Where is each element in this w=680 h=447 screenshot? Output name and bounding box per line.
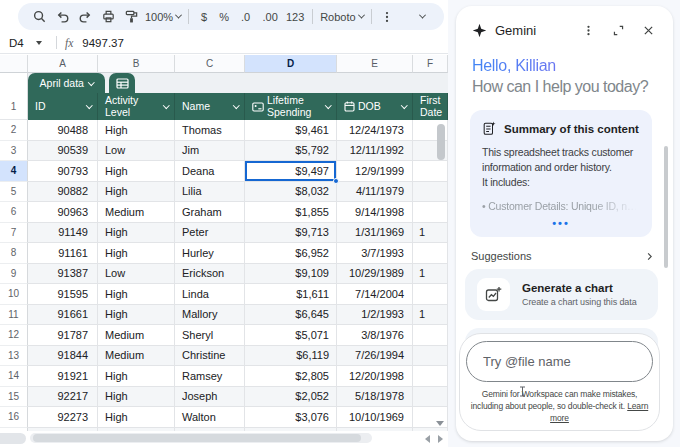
cell-id[interactable]: 90882 [28,182,98,203]
column-header[interactable]: D [245,55,337,73]
cell-dob[interactable]: 12/20/1998 [337,366,413,387]
cell-id[interactable]: 91387 [28,264,98,285]
cell-lifetime-spending[interactable]: $9,109 [245,264,337,285]
cell-dob[interactable]: 10/29/1989 [337,264,413,285]
cell-activity-level[interactable]: Low [98,264,175,285]
formula-input[interactable]: 9497.37 [82,37,124,49]
cell-id[interactable]: 91161 [28,243,98,264]
cell-dob[interactable]: 5/18/1978 [337,387,413,408]
cell-dob[interactable]: 7/14/2004 [337,284,413,305]
search-icon[interactable] [28,5,51,28]
cell-id[interactable]: 91844 [28,346,98,367]
hide-menus-chevron[interactable] [410,5,434,28]
cell-name[interactable]: Christine [175,346,245,367]
table-name-tab[interactable]: April data [28,73,105,93]
cell-name[interactable]: Mallory [175,305,245,326]
fill-handle[interactable] [333,178,339,184]
name-box[interactable]: D4 [0,37,50,49]
cell-activity-level[interactable]: High [98,387,175,408]
cell-activity-level[interactable]: High [98,366,175,387]
cell-first-date[interactable] [413,161,448,182]
table-tools-tab[interactable] [109,73,135,93]
header-cell-name[interactable]: Name [175,93,245,120]
summary-expand-button[interactable]: ••• [482,218,640,228]
cell-name[interactable]: Thomas [175,120,245,141]
cell-id[interactable]: 91595 [28,284,98,305]
cell-first-date[interactable] [413,346,448,367]
cell-lifetime-spending[interactable]: $1,611 [245,284,337,305]
row-header[interactable]: 9 [0,264,28,285]
cell-name[interactable]: Graham [175,202,245,223]
vertical-scrollbar-thumb[interactable] [437,124,445,160]
header-cell-dob[interactable]: DOB [337,93,413,120]
row-header[interactable]: 7 [0,223,28,244]
row-header[interactable]: 11 [0,305,28,326]
decrease-decimal-button[interactable]: .0 [234,5,257,28]
row-header[interactable]: 5 [0,182,28,203]
cell-id[interactable]: 92217 [28,387,98,408]
cell-id[interactable]: 90963 [28,202,98,223]
cell-first-date[interactable] [413,202,448,223]
cell-first-date[interactable] [413,366,448,387]
cell-dob[interactable]: 1/2/1993 [337,305,413,326]
row-header[interactable]: 16 [0,407,28,428]
cell-name[interactable]: Deana [175,161,245,182]
horizontal-scrollbar-thumb[interactable] [33,434,361,442]
row-header[interactable]: 15 [0,387,28,408]
print-button[interactable] [97,5,120,28]
cell-activity-level[interactable]: High [98,120,175,141]
cell-id[interactable]: 91149 [28,223,98,244]
row-header[interactable]: 12 [0,325,28,346]
cell-lifetime-spending[interactable]: $5,071 [245,325,337,346]
chevron-right-icon[interactable] [644,251,655,262]
zoom-select[interactable]: 100% [143,5,183,28]
increase-decimal-button[interactable]: .00 [257,5,283,28]
suggestion-generate-chart[interactable]: Generate a chart Create a chart using th… [465,269,658,320]
scroll-right-arrow[interactable] [438,435,443,443]
cell-lifetime-spending[interactable]: $6,952 [245,243,337,264]
column-header[interactable]: C [175,55,245,73]
cell-id[interactable]: 90488 [28,120,98,141]
cell-name[interactable]: Ramsey [175,366,245,387]
cell-first-date[interactable] [413,243,448,264]
cell-lifetime-spending[interactable]: $9,461 [245,120,337,141]
cell-lifetime-spending[interactable]: $8,032 [245,182,337,203]
row-header[interactable]: 13 [0,346,28,367]
paint-format-button[interactable] [120,5,143,28]
cell-name[interactable]: Erickson [175,264,245,285]
column-header[interactable]: F [413,55,448,73]
cell-dob[interactable]: 7/26/1994 [337,346,413,367]
cell-lifetime-spending[interactable]: $2,052 [245,387,337,408]
cell-dob[interactable]: 3/8/1976 [337,325,413,346]
row-header[interactable]: 14 [0,366,28,387]
cell-activity-level[interactable]: High [98,243,175,264]
cell-lifetime-spending[interactable]: $9,713 [245,223,337,244]
cell-id[interactable]: 90539 [28,141,98,162]
cell-dob[interactable]: 1/31/1969 [337,223,413,244]
cell-dob[interactable]: 3/7/1993 [337,243,413,264]
header-cell-activity-level[interactable]: Activity Level [98,93,175,120]
cell-first-date[interactable] [413,284,448,305]
row-header[interactable]: 4 [0,161,28,182]
scroll-down-arrow[interactable] [436,421,444,426]
font-select[interactable]: Roboto [318,5,365,28]
cell-name[interactable]: Walton [175,407,245,428]
cell-activity-level[interactable]: High [98,223,175,244]
cell-first-date[interactable] [413,325,448,346]
cell-first-date[interactable]: 1 [413,264,448,285]
select-all-corner[interactable] [0,55,28,73]
close-panel-icon[interactable] [637,19,659,41]
cell-activity-level[interactable]: Medium [98,202,175,223]
more-formats-button[interactable]: 123 [283,5,307,28]
cell-dob[interactable]: 9/14/1998 [337,202,413,223]
cell-name[interactable]: Hurley [175,243,245,264]
cell-name[interactable]: Sheryl [175,325,245,346]
horizontal-scrollbar-track[interactable] [30,433,372,443]
cell-name[interactable]: Jim [175,141,245,162]
cell-first-date[interactable] [413,387,448,408]
cell-dob[interactable]: 12/11/1992 [337,141,413,162]
cell-name[interactable]: Lilia [175,182,245,203]
prompt-input[interactable] [466,341,653,382]
row-header[interactable]: 1 [0,93,28,120]
cell-id[interactable]: 90793 [28,161,98,182]
